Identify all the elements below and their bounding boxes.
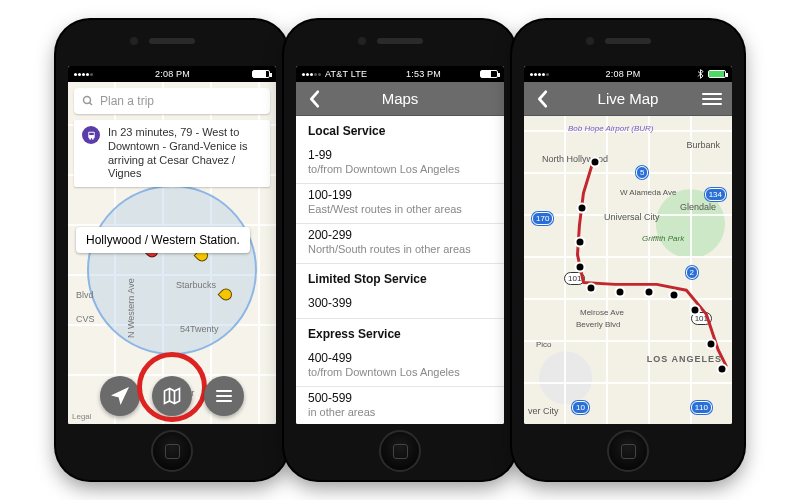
search-icon <box>82 95 94 107</box>
three-phone-showcase: 2:08 PM Blvd CVS Starbucks 54Twenty N We… <box>0 0 800 500</box>
section-header: Limited Stop Service <box>296 264 504 292</box>
vehicle-icon[interactable] <box>575 237 586 248</box>
menu-button[interactable] <box>204 376 244 416</box>
screen: AT&T LTE 1:53 PM Maps Local Service 1-99… <box>296 66 504 424</box>
list-item[interactable]: 400-499 to/from Downtown Los Angeles <box>296 347 504 387</box>
status-bar: AT&T LTE 1:53 PM <box>296 66 504 82</box>
battery-icon <box>252 70 270 78</box>
alert-text: In 23 minutes, 79 - West to Downtown - G… <box>108 126 262 181</box>
vehicle-icon[interactable] <box>585 283 596 294</box>
svg-point-5 <box>91 137 93 139</box>
locate-button[interactable] <box>100 376 140 416</box>
search-placeholder: Plan a trip <box>100 94 154 108</box>
signal-icon <box>302 73 321 76</box>
map-icon <box>162 386 182 406</box>
list-item[interactable]: 500-599 in other areas <box>296 387 504 424</box>
status-bar: 2:08 PM <box>68 66 276 82</box>
bottom-action-bar <box>68 376 276 416</box>
svg-marker-6 <box>113 389 127 403</box>
page-title: Maps <box>382 90 419 107</box>
route-line <box>524 116 732 413</box>
vehicle-icon[interactable] <box>706 338 717 349</box>
home-button[interactable] <box>607 430 649 472</box>
list-item[interactable]: 200-299 North/South routes in other area… <box>296 224 504 264</box>
maps-button[interactable] <box>152 376 192 416</box>
chevron-left-icon <box>309 90 321 108</box>
status-bar: 2:08 PM <box>524 66 732 82</box>
screen: 2:08 PM Live Map Bob Hope Airport (BUR) … <box>524 66 732 424</box>
vehicle-icon[interactable] <box>577 203 588 214</box>
status-time: 2:08 PM <box>155 69 190 79</box>
section-header: Local Service <box>296 116 504 144</box>
screen: 2:08 PM Blvd CVS Starbucks 54Twenty N We… <box>68 66 276 424</box>
location-radius <box>87 185 257 355</box>
list-item[interactable]: 300-399 <box>296 292 504 319</box>
vehicle-icon[interactable] <box>614 286 625 297</box>
home-button[interactable] <box>379 430 421 472</box>
bluetooth-icon <box>697 69 704 79</box>
vehicle-icon[interactable] <box>716 363 727 374</box>
route-categories-list[interactable]: Local Service 1-99 to/from Downtown Los … <box>296 116 504 424</box>
nav-bar: Maps <box>296 82 504 116</box>
page-title: Live Map <box>598 90 659 107</box>
svg-point-4 <box>89 137 91 139</box>
map-label: CVS <box>76 314 95 324</box>
carrier-label: AT&T LTE <box>325 69 367 79</box>
nav-bar: Live Map <box>524 82 732 116</box>
battery-icon <box>480 70 498 78</box>
list-item[interactable]: 1-99 to/from Downtown Los Angeles <box>296 144 504 184</box>
phone-trip-planner: 2:08 PM Blvd CVS Starbucks 54Twenty N We… <box>56 20 288 480</box>
chevron-left-icon <box>537 90 549 108</box>
list-item[interactable]: 100-199 East/West routes in other areas <box>296 184 504 224</box>
signal-icon <box>530 73 549 76</box>
vehicle-icon[interactable] <box>589 157 600 168</box>
status-time: 1:53 PM <box>406 69 441 79</box>
phone-live-map: 2:08 PM Live Map Bob Hope Airport (BUR) … <box>512 20 744 480</box>
phone-maps-list: AT&T LTE 1:53 PM Maps Local Service 1-99… <box>284 20 516 480</box>
vehicle-icon[interactable] <box>643 286 654 297</box>
compass-icon <box>111 387 129 405</box>
bus-icon <box>82 126 100 144</box>
back-button[interactable] <box>532 82 554 115</box>
menu-button[interactable] <box>702 82 722 115</box>
station-callout[interactable]: Hollywood / Western Station. <box>76 227 250 253</box>
map-label: 54Twenty <box>180 324 219 334</box>
live-map-canvas[interactable]: Bob Hope Airport (BUR) North Hollywood B… <box>524 116 732 424</box>
map-label: Starbucks <box>176 280 216 290</box>
map-label: Blvd <box>76 290 94 300</box>
station-name: Hollywood / Western Station. <box>86 233 240 247</box>
svg-point-0 <box>84 97 91 104</box>
hamburger-icon <box>216 390 232 402</box>
signal-icon <box>74 73 93 76</box>
transit-alert-card[interactable]: In 23 minutes, 79 - West to Downtown - G… <box>74 120 270 187</box>
search-input[interactable]: Plan a trip <box>74 88 270 114</box>
section-header: Express Service <box>296 319 504 347</box>
svg-line-1 <box>90 103 93 106</box>
back-button[interactable] <box>304 82 326 115</box>
vehicle-icon[interactable] <box>689 305 700 316</box>
vehicle-icon[interactable] <box>575 261 586 272</box>
vehicle-icon[interactable] <box>668 289 679 300</box>
map-label: N Western Ave <box>126 278 136 338</box>
status-time: 2:08 PM <box>606 69 641 79</box>
home-button[interactable] <box>151 430 193 472</box>
battery-icon <box>708 70 726 78</box>
svg-rect-3 <box>89 132 94 134</box>
